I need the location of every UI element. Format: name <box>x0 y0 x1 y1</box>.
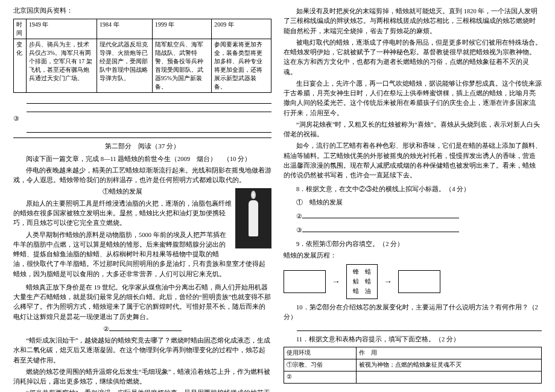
para-8: 如果没有及时把炭化的末端剪掉，蜡烛就可能熄灭。直到 1820 年，一个法国人发明… <box>284 7 542 36</box>
flame-icon <box>251 191 256 199</box>
diagram-row-1: 蜂 蜡 <box>353 267 371 277</box>
arrow-right-icon: → <box>384 274 392 289</box>
answer-blank-line <box>297 324 542 331</box>
para-7: “何当共剪西窗烛”，看似浪漫，实际是件很麻烦的事。最早用两根棉线搓成的烛芯无法充… <box>13 388 271 392</box>
parade-note: 北京国庆阅兵资料： <box>13 5 271 16</box>
section-1-title: ①蜡烛的发展 <box>13 187 271 197</box>
q11-table: 使用环境 作 用 ①宗教、习俗 被视为神物；点燃的蜡烛象征灵魂不灭 ② <box>284 347 542 384</box>
table-row: ② <box>284 371 542 383</box>
subheading-3: ③ <box>13 114 271 124</box>
td-env-1: ①宗教、习俗 <box>284 359 357 371</box>
para-3: 人类早期制作蜡烛的原料是动物脂肪，5000 年前的埃及人把芦苇插在牛羊的脂肪中点… <box>13 230 271 279</box>
diagram-empty-box-left <box>284 270 326 293</box>
para-5: “蜡炬成灰泪始干”，越烧越短的蜡烛究竟去哪了？燃烧时蜡由固态熔化成液态，生成水和… <box>13 336 271 365</box>
q8-option-1: ① 蜡烛的发展 <box>284 198 542 207</box>
para-12: 如今，流行的工艺蜡有着各种色彩、形状和香味，它们是在蜡的基础上添加了颜料、精油等… <box>284 141 542 180</box>
table-row: 时间 1949 年 1984 年 1999 年 2009 年 <box>14 19 271 39</box>
para-2: 原始人的主要照明工具是纤维浸透油脂的火把，逐渐的，油脂包裹纤维的蜡烛在很多国家被… <box>13 199 271 229</box>
blank-inline <box>302 225 459 232</box>
flow-diagram: → 蜂 蜡 鲸 蜡 蜡 油 → <box>284 264 542 299</box>
para-1: 停电的夜晚越来越少，精美的工艺蜡烛却渐渐流行起来。光线和阴影在摇曳地做着游戏，令… <box>13 166 271 186</box>
question-8: 8．根据文意，在文中②③处的横线上拟写小标题。（4 分） <box>284 185 542 194</box>
blank-inline <box>109 324 182 331</box>
question-10: 10．第②部分在介绍烛芯的发展变化时，主要运用了什么说明方法？有何作用？（2 分… <box>284 303 542 323</box>
td-1999: 陆军航空兵、海军陆战队、武警特警、预备役等兵种首现受阅部队。武器95%为国产新装… <box>152 39 211 92</box>
th-env: 使用环境 <box>284 347 357 359</box>
th-time: 时间 <box>14 19 27 39</box>
diagram-row-3: 蜡 油 <box>353 286 371 296</box>
td-2009: 参阅要素将更加齐全，装备类型将更加多样、兵种专业将更加全面，还将展示新型武器装备… <box>212 39 271 92</box>
question-9: 9．依照第①部分内容填空。（2 分） <box>284 239 542 249</box>
th-use: 作 用 <box>356 347 541 359</box>
td-change: 变化 <box>14 39 27 92</box>
table-row: 使用环境 作 用 <box>284 347 542 359</box>
section-2-title: ② <box>13 324 271 334</box>
answer-blank-line <box>27 125 271 133</box>
diagram-middle-box: 蜂 蜡 鲸 蜡 蜡 油 <box>346 264 378 299</box>
td-1984: 现代化武器反坦克导弹、火箭炮等已经是国产，受阅部队中首现中国战略导弹方队。 <box>97 39 153 92</box>
candle-section: ①蜡烛的发展 原始人的主要照明工具是纤维浸透油脂的火把，逐渐的，油脂包裹纤维的蜡… <box>13 187 271 280</box>
left-column: 北京国庆阅兵资料： 时间 1949 年 1984 年 1999 年 2009 年… <box>7 5 278 387</box>
reading-intro: 阅读下面一篇文章，完成 8—11 题蜡烛的前世今生（2009 烟台） （10 分… <box>13 154 271 164</box>
para-10: 生日宴会上，先许个愿，再一口气吹熄蜡烛，据说能够让你梦想成真。这个传统来源于古希… <box>284 79 542 118</box>
th-2009: 2009 年 <box>212 19 271 39</box>
q8-option-3: ③ <box>284 225 542 235</box>
q8-3-text: ③ <box>296 227 302 233</box>
answer-blank-line <box>27 105 271 112</box>
arrow-right-icon: → <box>332 274 340 289</box>
blank-inline <box>302 211 459 218</box>
divider <box>13 138 271 138</box>
para-6: 燃烧的烛芯使周围的蜡升温熔化后发生“毛细现象”，蜡液沿着烛芯上升，作为燃料被消耗… <box>13 367 271 387</box>
diagram-empty-box-right <box>398 270 440 293</box>
th-1949: 1949 年 <box>26 19 97 39</box>
question-11: 11．根据文意和表格内容提示，填写下面空格。（2 分） <box>284 335 542 344</box>
q8-2-text: ② <box>296 213 302 220</box>
para-4: 蜡烛真正放下身价是在 19 世纪。化学家从煤焦油中分离出石蜡，商人们开始用机器大… <box>13 283 271 322</box>
table-row: ①宗教、习俗 被视为神物；点燃的蜡烛象征灵魂不灭 <box>284 359 542 371</box>
td-1949: 步兵、骑兵为主，技术兵仅占3%。海军只有两个排面，空军只有 17 架飞机，甚至还… <box>26 39 97 92</box>
candle-image <box>235 188 271 248</box>
para-11: “洞房花烛夜”时，又粗又长的红烛被称为“喜烛”。喜烛从头烧到底，表示对新人白头偕… <box>284 120 542 140</box>
td-env-2: ② <box>284 371 357 383</box>
diagram-row-2: 鲸 蜡 <box>353 277 371 286</box>
para-9: 被电灯取代的蜡烛，逐渐成了停电时的备用品，但是更多时候它们被用在特殊场合。 在蜡… <box>284 38 542 77</box>
q8-option-2: ② <box>284 211 542 221</box>
q8-1-text: ① 蜡烛的发展 <box>296 199 343 206</box>
th-1984: 1984 年 <box>97 19 153 39</box>
part-title: 第二部分 阅读（37 分） <box>13 141 271 152</box>
table-row: 变化 步兵、骑兵为主，技术兵仅占3%。海军只有两个排面，空军只有 17 架飞机，… <box>14 39 271 92</box>
td-use-2 <box>356 371 541 383</box>
candle-icon <box>249 200 258 236</box>
parade-table: 时间 1949 年 1984 年 1999 年 2009 年 变化 步兵、骑兵为… <box>13 19 271 93</box>
answer-blank-line <box>27 96 271 104</box>
td-use-1: 被视为神物；点燃的蜡烛象征灵魂不灭 <box>356 359 541 371</box>
q9-label: 蜡烛的发展历程： <box>284 251 542 261</box>
section-2-label: ② <box>103 326 109 332</box>
right-column: 如果没有及时把炭化的末端剪掉，蜡烛就可能熄灭。直到 1820 年，一个法国人发明… <box>278 5 548 387</box>
th-1999: 1999 年 <box>152 19 211 39</box>
